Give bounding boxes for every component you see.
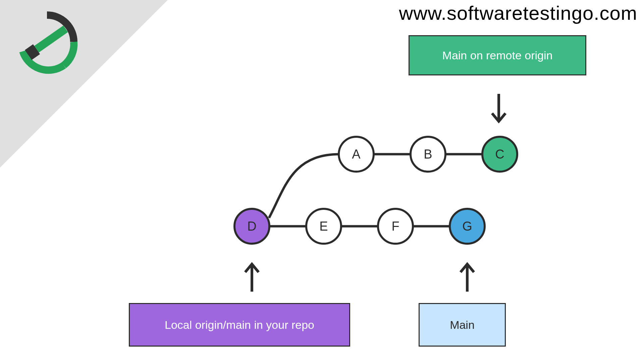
arrow-up-icon — [457, 258, 477, 292]
arrow-down-icon — [489, 94, 509, 127]
commit-node-e: E — [305, 208, 342, 245]
main-label: Main — [419, 303, 506, 347]
commit-node-b: B — [410, 136, 446, 173]
commit-node-a: A — [338, 136, 375, 173]
commit-node-c: C — [481, 136, 518, 173]
commit-node-f: F — [377, 208, 414, 245]
local-origin-label: Local origin/main in your repo — [129, 303, 350, 347]
commit-node-g: G — [449, 208, 486, 245]
commit-node-d: D — [233, 208, 270, 245]
arrow-up-icon — [242, 258, 262, 292]
remote-origin-label: Main on remote origin — [409, 35, 586, 75]
